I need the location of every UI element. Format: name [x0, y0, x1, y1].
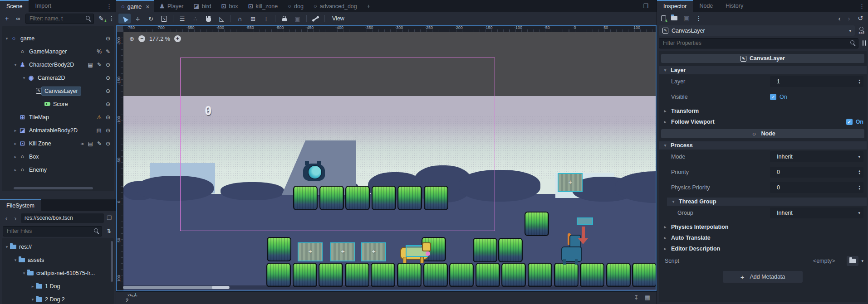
history-forward-icon[interactable]: ›	[847, 14, 851, 22]
history-back-icon[interactable]: ‹	[837, 14, 842, 22]
spinner-icon[interactable]: ▴▾	[858, 79, 860, 84]
eye-icon[interactable]: ⊙	[106, 101, 110, 107]
view-menu-button[interactable]: View	[328, 15, 349, 22]
scene-tree-row-tilemap[interactable]: ⊞TileMap⚠⊙	[2, 111, 114, 124]
group-editor-description[interactable]: ▸Editor Description	[659, 245, 867, 253]
expander-icon[interactable]: ▾	[29, 297, 36, 302]
category-layer[interactable]: ▾Layer	[659, 66, 867, 74]
group-icon[interactable]: ▣	[291, 14, 304, 24]
pan-tool-icon[interactable]	[202, 14, 215, 24]
expander-icon[interactable]: ▸	[29, 284, 36, 289]
expander-icon[interactable]: ▾	[21, 76, 27, 80]
script-icon[interactable]: ✎	[97, 62, 102, 68]
center-view-icon[interactable]: ⊕	[129, 35, 134, 42]
eye-icon[interactable]: ⊙	[106, 140, 110, 147]
select-tool-icon[interactable]	[118, 14, 131, 24]
movie-icon[interactable]: ▤	[88, 62, 93, 68]
scene-filter-input[interactable]	[25, 14, 94, 24]
grass-tile[interactable]	[423, 263, 448, 287]
object-history-icon[interactable]: ↺	[856, 14, 864, 22]
move-tool-icon[interactable]: ↔↕	[132, 14, 144, 24]
canvas-hscrollbar[interactable]	[123, 285, 657, 290]
close-icon[interactable]: ×	[146, 3, 149, 10]
new-resource-icon[interactable]	[661, 15, 666, 21]
save-resource-icon[interactable]: ▣	[682, 14, 691, 22]
fs-tree-row-1-dog[interactable]: ▸1 Dog	[2, 280, 114, 293]
grass-tile[interactable]	[267, 237, 291, 261]
crate-box[interactable]	[361, 242, 386, 261]
expander-icon[interactable]: ▾	[21, 271, 27, 275]
grass-tile[interactable]	[371, 263, 395, 287]
tab-node[interactable]: Node	[693, 0, 719, 12]
property-field[interactable]: Inherit▾	[770, 207, 863, 218]
property-field[interactable]: Inherit▾	[770, 151, 863, 162]
tab-inspector[interactable]: Inspector	[657, 0, 693, 12]
expander-icon[interactable]: ▸	[12, 168, 19, 172]
grass-tile[interactable]	[606, 263, 631, 287]
grass-tile[interactable]	[525, 212, 549, 236]
scene-tree-row-enemy[interactable]: ▸○Enemy	[2, 163, 114, 176]
cat-sprite[interactable]	[302, 161, 326, 181]
chevron-down-icon[interactable]: ▾	[858, 211, 860, 215]
fs-filter-input[interactable]	[3, 226, 102, 236]
category-process[interactable]: ▾Process	[659, 141, 867, 150]
smart-snap-icon[interactable]: ∩	[234, 14, 246, 24]
add-metadata-button[interactable]: +Add Metadata	[723, 271, 803, 283]
grass-tile[interactable]	[632, 263, 657, 287]
scene-tree-row-box[interactable]: ▸○Box	[2, 150, 114, 163]
scene-tree-row-canvaslayer[interactable]: ✎CanvasLayer⊙	[2, 84, 114, 97]
resource-menu-dots[interactable]: ⋮	[696, 14, 699, 22]
script-icon[interactable]: ✎	[97, 140, 102, 147]
scene-tree-row-camera2d[interactable]: ▾◉Camera2D⊙	[2, 71, 114, 84]
property-field[interactable]: 0▴▾	[770, 167, 863, 178]
grass-tile[interactable]	[345, 263, 369, 287]
eye-icon[interactable]: ⊙	[106, 75, 110, 81]
eye-icon[interactable]: ⊙	[106, 88, 110, 94]
fs-tree-row-assets[interactable]: ▾assets	[2, 253, 114, 266]
checkbox-checked[interactable]: ✓	[846, 119, 853, 125]
group-physics-interpolation[interactable]: ▸Physics Interpolation	[659, 223, 867, 231]
grid-snap-icon[interactable]: ⊞	[247, 14, 259, 24]
tab-import[interactable]: Import	[29, 0, 57, 12]
signal-icon[interactable]: ≈	[81, 140, 84, 147]
fs-split-mode-icon[interactable]: ❐	[106, 215, 113, 221]
grass-tile[interactable]	[319, 263, 343, 287]
chevron-down-icon[interactable]: ▾	[858, 154, 860, 159]
inspector-menu-dots[interactable]: ⋮	[855, 0, 868, 12]
fs-sort-icon[interactable]: ⇅	[105, 228, 113, 234]
expander-icon[interactable]: ▸	[12, 141, 19, 146]
scene-tree-row-characterbody2d[interactable]: ▾♟CharacterBody2D▤✎⊙	[2, 58, 114, 71]
scene-tree-row-kill-zone[interactable]: ▸⊡Kill Zone≈▤✎⊙	[2, 137, 114, 150]
eye-icon[interactable]: ⊙	[106, 127, 110, 134]
inspector-options-icon[interactable]	[861, 40, 867, 46]
grass-tile[interactable]	[528, 263, 552, 287]
grass-tile[interactable]	[397, 263, 422, 287]
fs-tree-row-res-[interactable]: ▾res://	[2, 240, 114, 253]
scene-panel-menu-dots[interactable]: ⋮	[103, 0, 116, 12]
scene-tree-row-animatablebody2d[interactable]: ▸◪AnimatableBody2D▤⊙	[2, 124, 114, 137]
expand-viewport-icon[interactable]: ❐	[639, 0, 652, 12]
scene-tab-dog[interactable]: ○dog	[283, 0, 309, 12]
group-transform[interactable]: ▸Transform	[659, 107, 867, 115]
expander-icon[interactable]: ▾	[4, 36, 10, 41]
rotate-tool-icon[interactable]: ↻	[145, 14, 157, 24]
tab-scene[interactable]: Scene	[0, 0, 29, 12]
chevron-down-icon[interactable]: ▾	[861, 259, 863, 263]
fs-forward-icon[interactable]: ›	[12, 214, 19, 222]
zoom-percentage[interactable]: 177.2 %	[149, 36, 170, 42]
lock-icon[interactable]	[278, 14, 290, 24]
instance-scene-icon[interactable]: ∞	[14, 15, 22, 22]
scene-tree-hscrollbar[interactable]	[14, 187, 93, 189]
tab-history[interactable]: History	[719, 0, 750, 12]
scene-tab-player[interactable]: ♟Player	[154, 0, 188, 12]
movie-icon[interactable]: ▤	[97, 127, 102, 134]
fs-back-icon[interactable]: ‹	[3, 214, 10, 222]
zoom-in-button[interactable]: +	[174, 35, 181, 42]
scene-tab-bird[interactable]: ◪bird	[188, 0, 216, 12]
crate-box[interactable]	[558, 173, 583, 192]
zoom-out-button[interactable]: −	[138, 35, 145, 42]
group-auto-translate[interactable]: ▸Auto Translate	[659, 234, 867, 242]
grass-tile[interactable]	[266, 263, 291, 287]
pivot-tool-icon[interactable]: ∴	[189, 14, 201, 24]
grass-tile[interactable]	[449, 263, 474, 287]
